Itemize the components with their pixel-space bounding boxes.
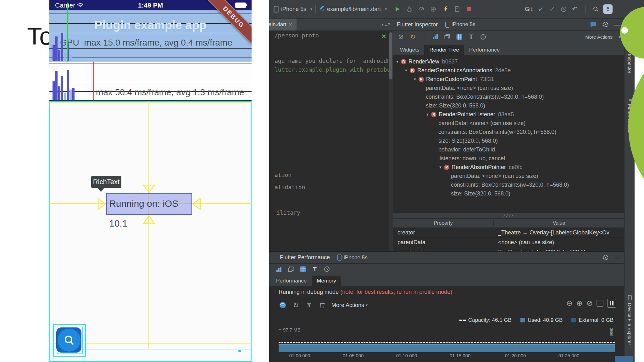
- lint-marker-icon: ✕: [381, 33, 386, 40]
- expand-arrow-icon[interactable]: ▼: [404, 69, 410, 72]
- run-button[interactable]: [393, 5, 402, 13]
- filter-icon[interactable]: [305, 301, 313, 309]
- tooltip-pointer: [97, 188, 104, 192]
- run-config-selector[interactable]: example/lib/main.dart ▾: [319, 6, 387, 13]
- repaint-rainbow-button[interactable]: [443, 33, 451, 41]
- trash-icon[interactable]: [318, 301, 326, 309]
- pause-button[interactable]: [607, 299, 616, 308]
- stop-button[interactable]: [465, 5, 473, 13]
- tree-property[interactable]: parentData: <none> (can use size): [393, 84, 624, 92]
- tree-property[interactable]: size: Size(320.0, 568.0): [393, 189, 624, 198]
- text-baseline-button[interactable]: T: [311, 265, 319, 273]
- minimize-button[interactable]: —: [614, 254, 620, 261]
- expand-arrow-icon[interactable]: ▼: [413, 77, 419, 81]
- right-tool-window-strip: Flutter Inspector Flutter Outline Device…: [624, 19, 635, 362]
- profile-button[interactable]: [417, 5, 425, 13]
- editor-scrollbar[interactable]: [389, 31, 393, 251]
- attach-debugger-button[interactable]: [429, 5, 437, 13]
- hot-reload-button[interactable]: [441, 5, 449, 13]
- minimize-button[interactable]: —: [614, 21, 620, 28]
- x-tick-mark: [407, 350, 407, 352]
- more-actions-dropdown[interactable]: More Actions ▾: [585, 34, 620, 40]
- close-icon[interactable]: ×: [289, 21, 292, 28]
- tree-property[interactable]: size: Size(320.0, 568.0): [393, 101, 624, 110]
- chevron-down-icon: ▾: [310, 7, 312, 11]
- tab-render-tree[interactable]: Render Tree: [424, 45, 464, 55]
- x-tick-mark: [300, 350, 300, 352]
- tool-tab-device-file-explorer[interactable]: Device File Explorer: [625, 295, 635, 345]
- search-everywhere-button[interactable]: [592, 5, 600, 13]
- slow-animations-button[interactable]: [479, 33, 487, 41]
- zoom-in-button[interactable]: ⊕: [576, 299, 583, 308]
- tree-node[interactable]: ▼R RenderAbsorbPointerce0fc: [393, 163, 624, 172]
- reset-zoom-button[interactable]: ⊘: [586, 299, 593, 308]
- select-widget-mode-button[interactable]: ⊘: [397, 33, 405, 41]
- user-avatar[interactable]: [603, 4, 613, 14]
- table-row[interactable]: creator _Theatre ← Overlay-[LabeledGloba…: [393, 228, 624, 238]
- text-baseline-button[interactable]: T: [467, 33, 475, 41]
- repaint-rainbow-button[interactable]: [287, 265, 295, 273]
- tree-property[interactable]: listeners: down, up, cancel: [393, 154, 624, 163]
- debug-paint-button[interactable]: [299, 265, 307, 273]
- expand-arrow-icon[interactable]: ▼: [396, 60, 401, 63]
- gc-button[interactable]: [279, 301, 287, 309]
- fit-window-button[interactable]: [597, 300, 603, 307]
- reset-button[interactable]: ↻: [292, 301, 300, 309]
- tree-property[interactable]: size: Size(320.0, 568.0): [393, 136, 624, 145]
- tree-node[interactable]: ▼R RenderSemanticsAnnotations2de5e: [393, 66, 624, 75]
- panel-splitter-handle[interactable]: ////: [393, 212, 624, 219]
- refresh-tree-button[interactable]: ↻: [409, 33, 417, 41]
- expand-arrow-icon[interactable]: ▼: [426, 112, 431, 116]
- column-property[interactable]: Property: [393, 220, 494, 226]
- tab-performance[interactable]: Performance: [464, 45, 505, 55]
- tree-property[interactable]: behavior: deferToChild: [393, 145, 624, 154]
- tree-property[interactable]: parentData: <none> (can use size): [393, 172, 624, 180]
- tree-property[interactable]: constraints: BoxConstraints(w=320.0, h=5…: [393, 128, 624, 136]
- device-selector[interactable]: iPhone 5s ▾: [274, 6, 312, 13]
- flutter-logo-icon: [319, 6, 325, 12]
- gear-icon[interactable]: [602, 254, 610, 262]
- tree-node[interactable]: ▼R RenderCustomPaint73f31: [393, 75, 624, 84]
- debug-button[interactable]: [405, 5, 414, 13]
- scrollbar-thumb[interactable]: [389, 32, 392, 80]
- tab-widgets[interactable]: Widgets: [395, 45, 424, 55]
- git-update-button[interactable]: ↙: [537, 5, 545, 13]
- editor-tab-main-dart[interactable]: ain.dart ×: [269, 19, 297, 31]
- performance-overlay-button[interactable]: [275, 265, 283, 273]
- hot-restart-button[interactable]: [453, 5, 461, 13]
- tree-property[interactable]: constraints: BoxConstraints(w=320.0, h=5…: [393, 92, 624, 101]
- expand-arrow-icon[interactable]: ▼: [439, 165, 444, 169]
- vsync-marker-line: [67, 3, 68, 62]
- slow-animations-button[interactable]: [323, 265, 331, 273]
- tree-node[interactable]: ▼R RenderViewb0637: [393, 57, 624, 66]
- render-tree: ▼R RenderViewb0637 ▼R RenderSemanticsAnn…: [393, 55, 624, 212]
- legend-used: Used: 40.9 GB: [520, 317, 563, 323]
- tree-node[interactable]: ▼R RenderPointerListener83aa5: [393, 110, 624, 119]
- inspector-header: Flutter Inspector iPhone 5s —: [393, 19, 624, 31]
- performance-tabs: Performance Memory: [269, 275, 624, 286]
- search-fab-button[interactable]: [58, 329, 80, 352]
- arrow-left-icon: [193, 198, 200, 210]
- tree-property[interactable]: parentData: <none> (can use size): [393, 119, 624, 128]
- tab-strip-options[interactable]: ▾ ≡7: [380, 22, 393, 27]
- property-table: Property Value creator _Theatre ← Overla…: [393, 219, 624, 252]
- zoom-out-button[interactable]: ⊖: [566, 299, 573, 308]
- git-history-button[interactable]: [559, 5, 568, 13]
- flutter-performance-panel: Flutter Performance iPhone 5s —: [269, 251, 624, 362]
- code-editor[interactable]: /person.proto ✕ age name you declare for…: [269, 31, 393, 251]
- gear-icon[interactable]: [602, 20, 610, 29]
- column-value[interactable]: Value: [494, 220, 624, 226]
- tab-memory[interactable]: Memory: [312, 276, 341, 286]
- debug-paint-button[interactable]: [455, 33, 463, 41]
- screenshot-root: To Carrier 1:49 PM Plugin example app GP…: [0, 0, 644, 362]
- performance-overlay-button[interactable]: [431, 33, 439, 41]
- git-commit-button[interactable]: ✓: [548, 5, 556, 13]
- table-row[interactable]: parentData <none> (can use size): [393, 238, 624, 247]
- selected-text-widget[interactable]: Running on: iOS 10.1: [106, 193, 192, 215]
- git-rollback-button[interactable]: ↶: [571, 5, 579, 13]
- feedback-button[interactable]: [589, 20, 597, 29]
- more-actions-dropdown[interactable]: More Actions ▾: [331, 302, 368, 309]
- tree-property[interactable]: constraints: BoxConstraints(w=320.0, h=5…: [393, 180, 624, 189]
- tab-performance[interactable]: Performance: [271, 276, 312, 286]
- chart-zoom-controls: ⊖ ⊕ ⊘: [566, 299, 616, 308]
